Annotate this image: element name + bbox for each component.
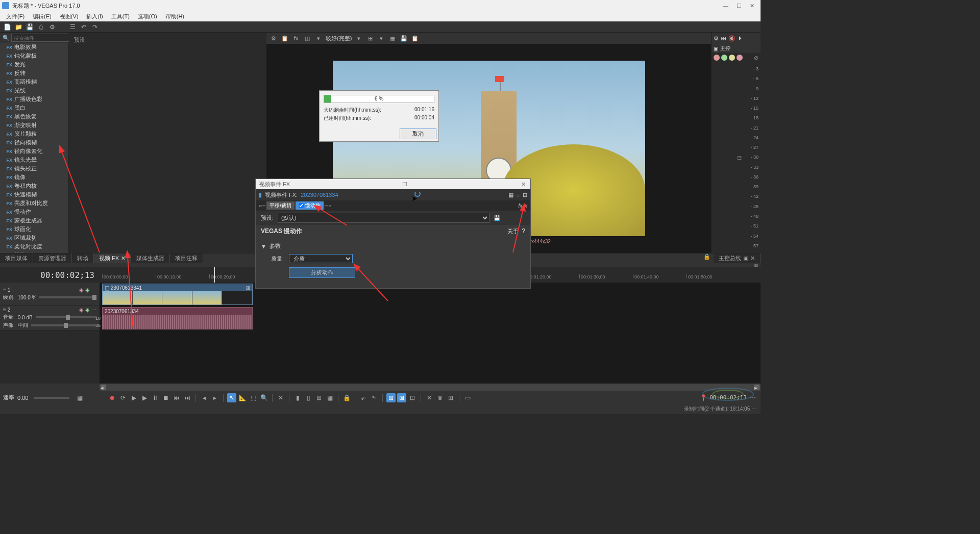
audio-track-header[interactable]: ≡ 2 ◉ ◉ ⋯ 音量: 0.0 dB 声像: 中间 [0, 306, 100, 330]
chain-slow-motion[interactable]: 慢动作 [296, 201, 324, 210]
preview-grid-icon[interactable]: ⊞ [366, 34, 374, 42]
preview-split-icon[interactable]: ◫ [303, 34, 311, 42]
fx-item[interactable]: FX蒙板生成器 [0, 216, 68, 225]
envelope-tool-icon[interactable]: 📐 [238, 393, 247, 402]
fx-view1-icon[interactable]: ▦ [508, 192, 513, 198]
region-icon[interactable]: ▯ [304, 393, 313, 402]
master-fx3-icon[interactable] [729, 55, 735, 61]
pause-icon[interactable]: ⏸ [151, 393, 160, 402]
loop-icon[interactable]: ⟳ [118, 393, 128, 402]
trim-start-icon[interactable]: ✕ [276, 393, 285, 402]
fx-item[interactable]: FX柔化对比度 [0, 242, 68, 251]
fx-item[interactable]: FX锐化 [0, 251, 68, 253]
track-aauto-icon[interactable]: ◉ [85, 307, 90, 313]
preview-snapshot-icon[interactable]: 💾 [400, 34, 408, 42]
marker-icon[interactable]: ▮ [293, 393, 302, 402]
go-end-icon[interactable]: ⏭ [183, 393, 192, 402]
rate-reset-icon[interactable]: ▦ [75, 393, 84, 402]
save-as-icon[interactable]: ⎙ [37, 23, 45, 31]
master-bypass-icon[interactable]: ⊘ [754, 55, 758, 61]
chain-remove-fx-icon[interactable]: fx [523, 203, 527, 209]
tab-video-fx[interactable]: 视频 FX✕ [94, 253, 131, 263]
video-clip[interactable]: ◫ 23070613341⊞ [102, 284, 253, 305]
tab-mb-expand-icon[interactable]: ▣ [743, 255, 748, 262]
master-mute-icon[interactable]: 🔇 [728, 35, 736, 42]
select-tool-icon[interactable]: ⬚ [249, 393, 258, 402]
master-fx4-icon[interactable] [737, 55, 743, 61]
preview-quality-dropdown-icon[interactable]: ▾ [355, 34, 363, 42]
tab-project-media[interactable]: 项目媒体 [0, 253, 33, 263]
fx-dialog-titlebar[interactable]: 视频事件 FX ☐ ✕ [256, 179, 530, 189]
cancel-button[interactable]: 取消 [400, 129, 436, 139]
vol-slider[interactable] [36, 316, 96, 318]
fx-help-link[interactable]: ? [522, 227, 525, 235]
fx-item[interactable]: FX黑白 [0, 104, 68, 112]
fx-item[interactable]: FX反转 [0, 69, 68, 78]
quantize-icon[interactable]: ⊞ [446, 393, 455, 402]
track-fx-icon[interactable]: ◉ [79, 287, 84, 293]
chain-pan-crop[interactable]: 平移/裁切 [266, 201, 295, 210]
audio-clip[interactable]: 202307061334 1836 [102, 307, 253, 329]
menu-insert[interactable]: 插入(I) [83, 12, 106, 21]
fx-item[interactable]: FX钝化蒙板 [0, 52, 68, 60]
tab-mb-close-icon[interactable]: ✕ [750, 255, 755, 262]
prev-frame-icon[interactable]: ◂ [200, 393, 209, 402]
fx-item[interactable]: FX亮度和对比度 [0, 199, 68, 208]
save-icon[interactable]: 💾 [26, 23, 34, 31]
fx-item[interactable]: FX光线 [0, 86, 68, 95]
tab-notes[interactable]: 项目注释 [170, 253, 203, 263]
event-snap-icon[interactable]: ⊡ [408, 393, 417, 402]
fx-item[interactable]: FX慢动作 [0, 208, 68, 216]
go-start-icon[interactable]: ⏮ [172, 393, 181, 402]
stop-icon[interactable]: ⏹ [161, 393, 170, 402]
track-automation-icon[interactable]: ◉ [85, 287, 90, 293]
rate-slider[interactable] [34, 397, 69, 399]
fx-item[interactable]: FX发光 [0, 60, 68, 69]
timecode-display[interactable]: 00:00:02;13 [0, 270, 100, 280]
tab-master-bus[interactable]: 主控总线▣✕ [714, 253, 761, 263]
menu-edit[interactable]: 编辑(E) [30, 12, 55, 21]
tab-close-icon[interactable]: ✕ [121, 255, 126, 262]
master-prev-icon[interactable]: ⏮ [721, 35, 726, 41]
level-slider[interactable] [39, 296, 96, 298]
clip-fx-icon[interactable]: ◫ [105, 285, 109, 291]
zoom-tool-icon[interactable]: 🔍 [259, 393, 268, 402]
track-menu-icon[interactable]: ≡ [3, 287, 6, 293]
fx-item[interactable]: FX镜头光晕 [0, 156, 68, 164]
play-start-icon[interactable]: ▶ [129, 393, 138, 402]
close-button[interactable]: ✕ [750, 3, 754, 9]
snap-icon[interactable]: ⬐ [359, 393, 368, 402]
preview-overlay-icon[interactable]: ▾ [377, 34, 385, 42]
fx-item[interactable]: FX卷积内核 [0, 182, 68, 190]
chain-enable-checkbox[interactable] [299, 203, 304, 208]
properties-icon[interactable]: ☰ [68, 23, 77, 31]
fx-item[interactable]: FX胶片颗粒 [0, 130, 68, 138]
play-icon[interactable]: ▶ [140, 393, 149, 402]
pan-slider[interactable] [31, 324, 96, 326]
lock-icon[interactable]: 🔒 [700, 253, 714, 263]
undo-icon[interactable]: ↶ [80, 23, 88, 31]
preview-settings-icon[interactable]: ⚙ [270, 34, 278, 42]
tab-media-generators[interactable]: 媒体生成器 [131, 253, 170, 263]
lock-icon2[interactable]: 🔒 [342, 393, 351, 402]
master-settings-icon[interactable]: ⚙ [714, 35, 719, 42]
record-icon[interactable]: ⏺ [108, 393, 117, 402]
redo-icon[interactable]: ↷ [91, 23, 99, 31]
autocrossfade-icon[interactable]: ⊗ [435, 393, 445, 402]
preview-clipboard-icon[interactable]: 📋 [281, 34, 289, 42]
fx-item[interactable]: FX黑色恢复 [0, 112, 68, 121]
fx-about-link[interactable]: 关于 [507, 228, 519, 234]
autoripple-icon[interactable]: ▦ [325, 393, 334, 402]
tab-explorer[interactable]: 资源管理器 [33, 253, 72, 263]
tab-transitions[interactable]: 转场 [72, 253, 94, 263]
preview-fx-icon[interactable]: fx [292, 34, 300, 42]
clip-pan-icon[interactable]: ⊞ [246, 285, 250, 291]
video-track-header[interactable]: ≡ 1 ◉ ◉ ⋯ 级别: 100.0 % [0, 283, 100, 306]
preview-quality[interactable]: 较好(完整) [326, 35, 352, 42]
fx-item[interactable]: FX快速模糊 [0, 190, 68, 199]
track-more-icon[interactable]: ⋯ [91, 287, 96, 293]
ripple-icon[interactable]: ⊞ [314, 393, 324, 402]
chain-end-icon[interactable]: ─○ [325, 203, 331, 209]
fx-item[interactable]: FX镜头校正 [0, 164, 68, 173]
track-afx-icon[interactable]: ◉ [79, 307, 84, 313]
